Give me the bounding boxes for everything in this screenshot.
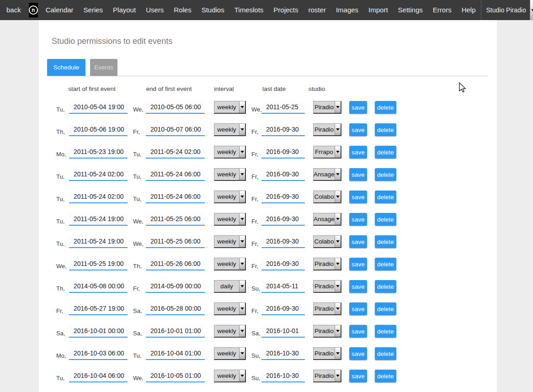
end-datetime-input[interactable] xyxy=(146,191,205,203)
end-datetime-input[interactable] xyxy=(146,348,205,360)
select-arrow-button[interactable] xyxy=(239,325,245,337)
studio-select[interactable]: Ansage xyxy=(313,168,341,181)
last-date-input[interactable] xyxy=(261,371,305,382)
studio-select[interactable]: Piradio xyxy=(313,370,341,382)
save-button[interactable]: save xyxy=(349,370,367,382)
start-datetime-input[interactable] xyxy=(69,348,128,360)
interval-select[interactable]: weekly xyxy=(214,146,246,159)
end-datetime-input[interactable] xyxy=(146,214,205,226)
start-datetime-input[interactable] xyxy=(69,281,128,293)
select-arrow-button[interactable] xyxy=(335,303,341,314)
nav-item-projects[interactable]: Projects xyxy=(268,0,303,20)
interval-select[interactable]: weekly xyxy=(214,235,246,248)
select-arrow-button[interactable] xyxy=(239,124,245,135)
start-datetime-input[interactable] xyxy=(69,124,128,136)
save-button[interactable]: save xyxy=(349,347,367,360)
end-datetime-input[interactable] xyxy=(146,169,205,181)
last-date-input[interactable] xyxy=(261,191,305,203)
last-date-input[interactable] xyxy=(261,259,305,270)
studio-select[interactable]: Colabo xyxy=(313,235,341,248)
studio-selector[interactable]: Studio Piradio xyxy=(481,0,530,20)
select-arrow-button[interactable] xyxy=(335,348,341,359)
delete-button[interactable]: delete xyxy=(375,101,396,114)
interval-select[interactable]: weekly xyxy=(214,191,246,203)
select-arrow-button[interactable] xyxy=(239,101,245,113)
nav-item-roles[interactable]: Roles xyxy=(169,0,196,20)
select-arrow-button[interactable] xyxy=(335,325,341,337)
end-datetime-input[interactable] xyxy=(146,281,205,293)
last-date-input[interactable] xyxy=(261,236,305,248)
studio-select[interactable]: Piradio xyxy=(313,325,341,338)
end-datetime-input[interactable] xyxy=(146,259,205,270)
studio-select[interactable]: Ansage xyxy=(313,213,341,226)
start-datetime-input[interactable] xyxy=(69,147,128,159)
delete-button[interactable]: delete xyxy=(375,302,396,315)
start-datetime-input[interactable] xyxy=(69,236,128,248)
select-arrow-button[interactable] xyxy=(239,146,245,158)
delete-button[interactable]: delete xyxy=(375,191,396,203)
interval-select[interactable]: weekly xyxy=(214,168,246,181)
nav-item-errors[interactable]: Errors xyxy=(428,0,457,20)
select-arrow-button[interactable] xyxy=(239,213,245,225)
save-button[interactable]: save xyxy=(349,302,367,315)
delete-button[interactable]: delete xyxy=(375,235,396,248)
last-date-input[interactable] xyxy=(261,348,305,360)
save-button[interactable]: save xyxy=(349,280,367,293)
select-arrow-button[interactable] xyxy=(335,169,341,180)
start-datetime-input[interactable] xyxy=(69,102,128,114)
tab-events[interactable]: Events xyxy=(90,59,117,76)
interval-select[interactable]: daily xyxy=(214,280,246,293)
start-datetime-input[interactable] xyxy=(69,214,128,226)
save-button[interactable]: save xyxy=(349,235,367,248)
interval-select[interactable]: weekly xyxy=(214,101,246,114)
nav-item-studios[interactable]: Studios xyxy=(197,0,229,20)
select-arrow-button[interactable] xyxy=(239,348,245,359)
last-date-input[interactable] xyxy=(261,102,305,114)
end-datetime-input[interactable] xyxy=(146,371,205,382)
select-arrow-button[interactable] xyxy=(239,370,245,381)
nav-item-settings[interactable]: Settings xyxy=(393,0,428,20)
select-arrow-button[interactable] xyxy=(239,191,245,202)
end-datetime-input[interactable] xyxy=(146,147,205,159)
interval-select[interactable]: weekly xyxy=(214,347,246,360)
app-logo[interactable]: n xyxy=(29,3,38,17)
interval-select[interactable]: weekly xyxy=(214,123,246,136)
select-arrow-button[interactable] xyxy=(239,258,245,270)
nav-item-timeslots[interactable]: Timeslots xyxy=(229,0,269,20)
start-datetime-input[interactable] xyxy=(69,303,128,315)
nav-item-images[interactable]: Images xyxy=(331,0,363,20)
studio-select[interactable]: Piradio xyxy=(313,347,341,360)
nav-item-import[interactable]: Import xyxy=(363,0,393,20)
save-button[interactable]: save xyxy=(349,168,367,181)
select-arrow-button[interactable] xyxy=(335,101,341,113)
interval-select[interactable]: weekly xyxy=(214,258,246,270)
select-arrow-button[interactable] xyxy=(335,191,341,202)
end-datetime-input[interactable] xyxy=(146,124,205,136)
start-datetime-input[interactable] xyxy=(69,326,128,338)
delete-button[interactable]: delete xyxy=(375,347,396,360)
select-arrow-button[interactable] xyxy=(335,370,341,381)
delete-button[interactable]: delete xyxy=(375,146,396,159)
save-button[interactable]: save xyxy=(349,146,367,159)
delete-button[interactable]: delete xyxy=(375,280,396,293)
end-datetime-input[interactable] xyxy=(146,102,205,114)
select-arrow-button[interactable] xyxy=(239,303,245,314)
studio-select[interactable]: Piradio xyxy=(313,101,341,114)
end-datetime-input[interactable] xyxy=(146,303,205,315)
interval-select[interactable]: weekly xyxy=(214,302,246,315)
save-button[interactable]: save xyxy=(349,123,367,136)
select-arrow-button[interactable] xyxy=(239,169,245,180)
select-arrow-button[interactable] xyxy=(335,213,341,225)
select-arrow-button[interactable] xyxy=(335,281,341,292)
delete-button[interactable]: delete xyxy=(375,370,396,382)
last-date-input[interactable] xyxy=(261,169,305,181)
select-arrow-button[interactable] xyxy=(335,258,341,270)
select-arrow-button[interactable] xyxy=(335,124,341,135)
nav-item-users[interactable]: Users xyxy=(141,0,169,20)
end-datetime-input[interactable] xyxy=(146,326,205,338)
nav-item-playout[interactable]: Playout xyxy=(108,0,141,20)
studio-select[interactable]: Frrapo xyxy=(313,146,341,159)
studio-select[interactable]: Piradio xyxy=(313,302,341,315)
select-arrow-button[interactable] xyxy=(239,281,245,292)
last-date-input[interactable] xyxy=(261,214,305,226)
